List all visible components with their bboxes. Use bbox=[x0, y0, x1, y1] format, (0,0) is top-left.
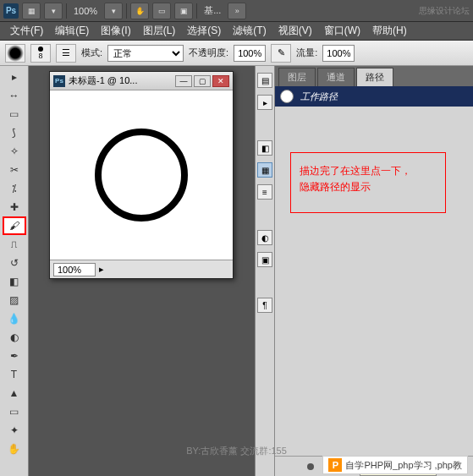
eyedropper-tool-icon[interactable]: ⁒ bbox=[3, 179, 26, 198]
panels-area: 图层 通道 路径 工作路径 描边完了在这里点一下， 隐藏路径的显示 用画笔描边路… bbox=[275, 66, 473, 476]
color-panel-icon[interactable]: ◧ bbox=[257, 140, 272, 156]
menu-image[interactable]: 图像(I) bbox=[96, 22, 135, 40]
callout-line: 隐藏路径的显示 bbox=[300, 179, 437, 195]
pen-tool-icon[interactable]: ✒ bbox=[3, 347, 26, 365]
tab-paths[interactable]: 路径 bbox=[356, 68, 393, 86]
zoom-dropdown-icon[interactable]: ▸ bbox=[99, 264, 104, 275]
menu-filter[interactable]: 滤镜(T) bbox=[228, 22, 271, 40]
opacity-label: 不透明度: bbox=[189, 47, 228, 59]
path-row[interactable]: 工作路径 bbox=[275, 86, 473, 107]
move-tool-icon[interactable]: ↔ bbox=[3, 86, 26, 105]
menu-view[interactable]: 视图(V) bbox=[273, 22, 317, 40]
mode-label: 模式: bbox=[81, 47, 102, 59]
blur-tool-icon[interactable]: 💧 bbox=[3, 309, 26, 328]
current-tool-icon[interactable] bbox=[5, 44, 25, 63]
dodge-tool-icon[interactable]: ◐ bbox=[3, 328, 26, 347]
flow-field[interactable]: 100% bbox=[322, 45, 355, 62]
opacity-field[interactable]: 100% bbox=[234, 45, 266, 62]
app-logo-icon: Ps bbox=[3, 3, 19, 19]
document-title: 未标题-1 @ 10... bbox=[69, 74, 137, 87]
gradient-tool-icon[interactable]: ▨ bbox=[3, 291, 26, 309]
menu-select[interactable]: 选择(S) bbox=[182, 22, 226, 40]
menubar: 文件(F) 编辑(E) 图像(I) 图层(L) 选择(S) 滤镜(T) 视图(V… bbox=[0, 22, 473, 41]
document-status-bar: 100% ▸ bbox=[50, 260, 233, 278]
toolbox: ▸ ↔ ▭ ⟆ ✧ ✂ ⁒ ✚ 🖌 ⎍ ↺ ◧ ▨ 💧 ◐ ✒ T ▲ ▭ ✦ … bbox=[0, 66, 29, 476]
crop-tool-icon[interactable]: ✂ bbox=[3, 161, 26, 179]
shape-tool-icon[interactable]: ▭ bbox=[3, 402, 26, 421]
tab-layers[interactable]: 图层 bbox=[278, 68, 316, 86]
path-thumbnail bbox=[280, 90, 294, 103]
path-select-tool-icon[interactable]: ▲ bbox=[3, 384, 26, 402]
separator bbox=[126, 3, 127, 19]
brush-size-value: 8 bbox=[38, 52, 42, 60]
healing-tool-icon[interactable]: ✚ bbox=[3, 198, 26, 216]
menu-edit[interactable]: 编辑(E) bbox=[50, 22, 94, 40]
type-tool-icon[interactable]: T bbox=[3, 365, 26, 384]
character-panel-icon[interactable]: ¶ bbox=[257, 298, 272, 313]
separator bbox=[66, 3, 67, 19]
annotation-callout: 描边完了在这里点一下， 隐藏路径的显示 bbox=[290, 152, 446, 213]
swatches-panel-icon[interactable]: ▦ bbox=[257, 162, 272, 178]
canvas[interactable] bbox=[50, 90, 233, 260]
menu-layer[interactable]: 图层(L) bbox=[138, 22, 181, 40]
separator bbox=[196, 3, 197, 19]
panel-tabs: 图层 通道 路径 bbox=[275, 66, 473, 86]
workspace-dropdown-icon[interactable]: » bbox=[228, 3, 246, 19]
hand-tool-icon[interactable]: ✋ bbox=[130, 3, 149, 19]
app-titlebar: Ps ▦ ▾ 100% ▾ ✋ ▭ ▣ 基... » 思缘设计论坛 bbox=[0, 0, 473, 22]
styles-panel-icon[interactable]: ≡ bbox=[257, 184, 272, 200]
3d-tool-icon[interactable]: ✦ bbox=[3, 421, 26, 440]
paths-panel-body[interactable]: 工作路径 描边完了在这里点一下， 隐藏路径的显示 用画笔描边路径 bbox=[275, 86, 473, 456]
tablet-opacity-icon[interactable]: ✎ bbox=[271, 44, 291, 63]
eraser-tool-icon[interactable]: ◧ bbox=[3, 272, 26, 291]
document-titlebar[interactable]: Ps 未标题-1 @ 10... — ▢ ✕ bbox=[50, 72, 233, 90]
marquee-tool-icon[interactable]: ▭ bbox=[3, 105, 26, 123]
watermark-text: 思缘设计论坛 bbox=[419, 5, 470, 17]
fill-path-icon[interactable] bbox=[304, 460, 317, 473]
brush-tool-icon[interactable]: 🖌 bbox=[3, 216, 26, 235]
callout-line: 描边完了在这里点一下， bbox=[300, 163, 437, 179]
options-bar: 8 ☰ 模式: 正常 不透明度: 100% ✎ 流量: 100% bbox=[0, 41, 473, 66]
document-window: Ps 未标题-1 @ 10... — ▢ ✕ 100% ▸ bbox=[49, 71, 234, 279]
maximize-button[interactable]: ▢ bbox=[194, 75, 211, 87]
document-area: Ps 未标题-1 @ 10... — ▢ ✕ 100% ▸ bbox=[29, 66, 255, 476]
path-name: 工作路径 bbox=[300, 90, 338, 103]
menu-help[interactable]: 帮助(H) bbox=[367, 22, 412, 40]
minimize-button[interactable]: — bbox=[175, 75, 192, 87]
brush-preset-picker[interactable]: 8 bbox=[30, 44, 51, 63]
screenmode-icon[interactable]: ▣ bbox=[174, 3, 193, 19]
history-panel-icon[interactable]: ▤ bbox=[257, 73, 272, 88]
footer-site-badge: P 自学PHP网_php学习 ,php教 bbox=[322, 456, 468, 474]
bridge-icon[interactable]: ▦ bbox=[22, 3, 41, 19]
history-brush-tool-icon[interactable]: ↺ bbox=[3, 254, 26, 272]
document-zoom-field[interactable]: 100% bbox=[53, 263, 96, 276]
footer-site-text: 自学PHP网_php学习 ,php教 bbox=[345, 459, 462, 472]
masks-panel-icon[interactable]: ▣ bbox=[257, 252, 272, 267]
svg-point-0 bbox=[307, 463, 314, 470]
tab-channels[interactable]: 通道 bbox=[317, 68, 355, 86]
arrange-icon[interactable]: ▭ bbox=[152, 3, 171, 19]
actions-panel-icon[interactable]: ▸ bbox=[257, 95, 272, 110]
collapse-icon[interactable]: ▸ bbox=[3, 68, 26, 86]
brush-panel-icon[interactable]: ☰ bbox=[56, 44, 76, 63]
viewmode-button[interactable]: ▾ bbox=[44, 3, 63, 19]
blend-mode-select[interactable]: 正常 bbox=[107, 45, 184, 62]
menu-file[interactable]: 文件(F) bbox=[5, 22, 48, 40]
workspace-label[interactable]: 基... bbox=[201, 4, 224, 17]
php-logo-icon: P bbox=[328, 458, 342, 472]
panel-strip: ▤ ▸ ◧ ▦ ≡ ◐ ▣ ¶ bbox=[255, 66, 275, 476]
lasso-tool-icon[interactable]: ⟆ bbox=[3, 123, 26, 142]
menu-window[interactable]: 窗口(W) bbox=[319, 22, 366, 40]
workspace: ▸ ↔ ▭ ⟆ ✧ ✂ ⁒ ✚ 🖌 ⎍ ↺ ◧ ▨ 💧 ◐ ✒ T ▲ ▭ ✦ … bbox=[0, 66, 473, 476]
close-button[interactable]: ✕ bbox=[212, 75, 229, 87]
adjustments-panel-icon[interactable]: ◐ bbox=[257, 230, 272, 245]
stamp-tool-icon[interactable]: ⎍ bbox=[3, 235, 26, 254]
app-zoom-label[interactable]: 100% bbox=[70, 6, 101, 16]
wand-tool-icon[interactable]: ✧ bbox=[3, 142, 26, 161]
doc-icon: Ps bbox=[53, 75, 65, 87]
zoom-dropdown-icon[interactable]: ▾ bbox=[104, 3, 123, 19]
ring-shape bbox=[95, 129, 188, 222]
flow-label: 流量: bbox=[296, 47, 317, 59]
